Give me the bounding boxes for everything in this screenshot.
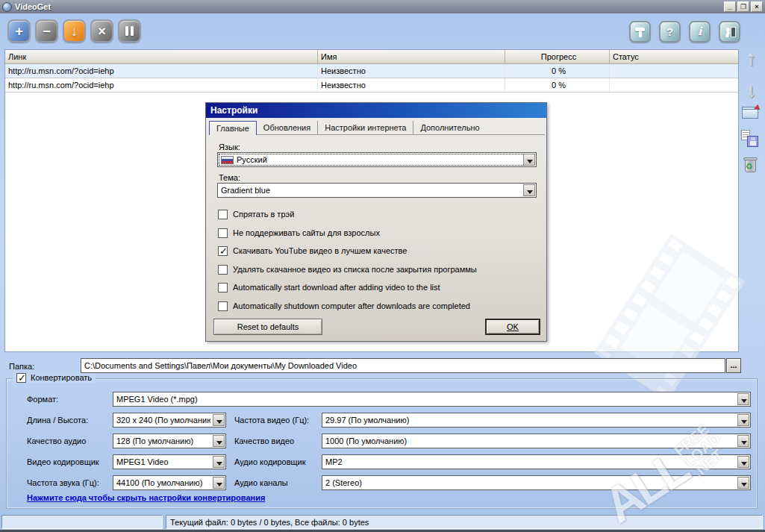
cell-link: http://ru.msn.com/?ocid=iehp bbox=[5, 64, 318, 78]
sound-freq-select[interactable]: 44100 (По умолчанию) bbox=[113, 475, 226, 490]
checkbox-icon[interactable] bbox=[218, 210, 228, 219]
stop-download-button[interactable]: × bbox=[90, 19, 113, 43]
about-button[interactable]: i bbox=[689, 21, 711, 43]
toolbar: + − ↓ × bbox=[7, 19, 141, 43]
convert-toggle[interactable]: Конвертировать bbox=[13, 373, 96, 383]
format-select[interactable]: MPEG1 Video (*.mpg) bbox=[113, 392, 751, 407]
audio-channels-label: Аудио каналы bbox=[234, 478, 288, 487]
minimize-button[interactable]: _ bbox=[724, 1, 736, 12]
folder-path-input[interactable]: C:\Documents and Settings\Павел\Мои доку… bbox=[81, 358, 725, 373]
maximize-button[interactable]: ❐ bbox=[737, 1, 749, 12]
column-header-name[interactable]: Имя bbox=[318, 50, 505, 63]
side-icon-strip: ↑ ↓ ♻ bbox=[740, 48, 763, 174]
tab-main[interactable]: Главные bbox=[209, 121, 257, 135]
plus-icon: + bbox=[15, 25, 23, 38]
recycle-bin-icon[interactable]: ♻ bbox=[743, 157, 758, 174]
table-row[interactable]: http://ru.msn.com/?ocid=iehp Неизвестно … bbox=[5, 78, 738, 93]
browse-folder-button[interactable]: ... bbox=[726, 358, 741, 373]
open-folder-icon[interactable] bbox=[742, 107, 760, 120]
chevron-down-icon[interactable] bbox=[737, 456, 749, 468]
checkbox-icon[interactable] bbox=[16, 373, 26, 383]
app-globe-icon bbox=[2, 2, 12, 12]
column-header-status[interactable]: Статус bbox=[610, 50, 738, 63]
move-up-icon[interactable]: ↑ bbox=[740, 48, 763, 69]
down-arrow-icon: ↓ bbox=[71, 25, 78, 38]
remove-link-button[interactable]: − bbox=[35, 19, 58, 43]
theme-value: Gradient blue bbox=[221, 186, 521, 195]
chevron-down-icon[interactable] bbox=[213, 456, 225, 468]
cell-status bbox=[610, 78, 738, 92]
column-header-progress[interactable]: Прогресс bbox=[505, 50, 610, 63]
theme-label: Тема: bbox=[219, 173, 240, 182]
move-down-icon[interactable]: ↓ bbox=[740, 80, 763, 101]
convert-group: Конвертировать Формат: MPEG1 Video (*.mp… bbox=[6, 378, 758, 509]
add-link-button[interactable]: + bbox=[7, 19, 31, 43]
question-icon: ? bbox=[666, 26, 673, 37]
size-label: Длина / Высота: bbox=[27, 416, 88, 425]
chevron-down-icon[interactable] bbox=[523, 184, 535, 196]
tab-advanced[interactable]: Дополнительно bbox=[413, 121, 486, 134]
video-freq-select[interactable]: 29.97 (По умолчанию) bbox=[322, 413, 751, 428]
chevron-down-icon[interactable] bbox=[523, 154, 535, 166]
exit-button[interactable] bbox=[719, 21, 740, 43]
minus-icon: − bbox=[43, 25, 51, 38]
hammer-icon bbox=[634, 26, 646, 38]
video-freq-label: Частота видео (Гц): bbox=[234, 416, 309, 425]
audio-encoder-select[interactable]: MP2 bbox=[322, 454, 751, 469]
chevron-down-icon[interactable] bbox=[213, 477, 225, 489]
checkbox-auto-shutdown[interactable]: Automatically shutdown computer after do… bbox=[218, 301, 470, 311]
checkbox-remove-after-close[interactable]: Удалять скачанное видео из списка после … bbox=[218, 265, 477, 275]
chevron-down-icon[interactable] bbox=[737, 414, 749, 426]
theme-select[interactable]: Gradient blue bbox=[217, 183, 537, 198]
chevron-down-icon[interactable] bbox=[737, 435, 749, 447]
checkbox-auto-start[interactable]: Automatically start download after addin… bbox=[218, 283, 440, 292]
checkbox-icon[interactable] bbox=[218, 283, 228, 292]
checkbox-icon[interactable] bbox=[218, 301, 228, 311]
audio-channels-select[interactable]: 2 (Stereo) bbox=[322, 475, 751, 490]
video-encoder-label: Видео кодировщик bbox=[27, 457, 99, 466]
video-encoder-select[interactable]: MPEG1 Video bbox=[113, 454, 226, 469]
status-panel-right: Текущий файл: 0 bytes / 0 bytes, Все фай… bbox=[166, 515, 763, 529]
chevron-down-icon[interactable] bbox=[213, 435, 225, 447]
column-header-link[interactable]: Линк bbox=[5, 50, 318, 63]
language-value: Русский bbox=[237, 155, 521, 164]
help-button[interactable]: ? bbox=[659, 21, 681, 43]
exit-door-icon bbox=[724, 26, 736, 38]
audio-encoder-label: Аудио кодировщик bbox=[234, 457, 306, 466]
format-label: Формат: bbox=[27, 395, 58, 404]
close-button[interactable]: × bbox=[751, 1, 763, 12]
table-row[interactable]: http://ru.msn.com/?ocid=iehp Неизвестно … bbox=[5, 64, 738, 78]
pause-download-button[interactable] bbox=[118, 19, 141, 43]
start-download-button[interactable]: ↓ bbox=[63, 19, 86, 43]
size-select[interactable]: 320 x 240 (По умолчанию) bbox=[113, 413, 226, 428]
status-bar: Текущий файл: 0 bytes / 0 bytes, Все фай… bbox=[0, 513, 765, 530]
chevron-down-icon[interactable] bbox=[737, 393, 749, 405]
checkbox-icon[interactable] bbox=[218, 228, 228, 238]
language-label: Язык: bbox=[219, 143, 240, 151]
reset-defaults-button[interactable]: Reset to defaults bbox=[213, 319, 322, 335]
settings-button[interactable] bbox=[629, 21, 651, 43]
videoget-window: VideoGet _ ❐ × + − ↓ × ? i bbox=[0, 0, 765, 532]
save-list-icon[interactable] bbox=[743, 132, 758, 147]
cell-name: Неизвестно bbox=[318, 64, 505, 78]
ok-button[interactable]: OK bbox=[485, 319, 540, 335]
folder-label: Папка: bbox=[9, 362, 34, 371]
chevron-down-icon[interactable] bbox=[213, 414, 225, 426]
checkbox-icon[interactable] bbox=[218, 265, 228, 275]
status-panel-left bbox=[1, 515, 163, 529]
language-select[interactable]: Русский bbox=[217, 152, 537, 167]
tab-internet[interactable]: Настройки интернета bbox=[318, 121, 413, 134]
checkbox-icon[interactable] bbox=[218, 246, 228, 256]
video-quality-select[interactable]: 1000 (По умолчанию) bbox=[322, 434, 751, 448]
checkbox-no-adult-sites[interactable]: Не поддерживать сайты для взрослых bbox=[218, 228, 380, 238]
audio-quality-label: Качество аудио bbox=[27, 436, 86, 445]
checkbox-youtube-quality[interactable]: Скачивать YouTube видео в лучшем качеств… bbox=[218, 246, 407, 256]
sound-freq-label: Частота звука (Гц): bbox=[27, 478, 99, 487]
checkbox-hide-to-tray[interactable]: Спрятать в трэй bbox=[218, 210, 294, 219]
info-icon: i bbox=[698, 26, 702, 37]
chevron-down-icon[interactable] bbox=[737, 477, 749, 489]
pause-icon bbox=[125, 26, 134, 36]
tab-updates[interactable]: Обновления bbox=[257, 121, 318, 134]
hide-convert-settings-link[interactable]: Нажмите сюда чтобы скрыть настройки конв… bbox=[27, 493, 265, 502]
audio-quality-select[interactable]: 128 (По умолчанию) bbox=[113, 434, 226, 448]
